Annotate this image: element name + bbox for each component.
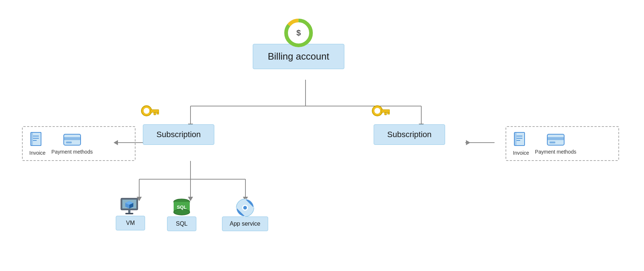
svg-rect-38 <box>31 132 33 146</box>
sql-box: SQL <box>167 217 196 231</box>
svg-text:SQL: SQL <box>177 204 187 210</box>
right-billing-details-box: Invoice Payment methods <box>506 126 619 161</box>
billing-account-box: Billing account <box>253 44 344 69</box>
svg-marker-9 <box>466 140 470 145</box>
sql-label: SQL <box>176 221 188 227</box>
payment-right-item: Payment methods <box>535 133 576 155</box>
svg-point-24 <box>144 108 149 114</box>
billing-account-node: $ Billing account <box>253 18 344 69</box>
svg-point-63 <box>243 206 247 210</box>
svg-rect-32 <box>385 112 386 115</box>
payment-right-label: Payment methods <box>535 149 576 155</box>
app-service-icon <box>234 197 256 217</box>
svg-rect-48 <box>547 137 564 140</box>
sql-icon: SQL <box>171 197 193 217</box>
vm-icon <box>119 197 141 217</box>
app-service-node: App service <box>222 197 268 231</box>
key-left-icon <box>139 104 159 126</box>
svg-rect-46 <box>514 132 517 146</box>
svg-rect-40 <box>64 137 81 140</box>
svg-rect-25 <box>150 110 159 112</box>
key-right-icon <box>370 104 390 126</box>
payment-left-label: Payment methods <box>51 149 93 155</box>
diagram-container: $ Billing account Subscription <box>0 0 644 271</box>
billing-account-label: Billing account <box>268 51 329 62</box>
subscription-right-label: Subscription <box>387 130 432 139</box>
svg-rect-41 <box>66 142 72 143</box>
invoice-left-label: Invoice <box>29 150 45 156</box>
subscription-right-node: Subscription <box>374 124 445 145</box>
invoice-right-label: Invoice <box>513 150 529 156</box>
subscription-left-box: Subscription <box>143 124 214 145</box>
vm-box: VM <box>116 216 145 230</box>
svg-text:$: $ <box>296 28 301 37</box>
svg-rect-49 <box>549 142 555 143</box>
svg-rect-56 <box>125 213 133 214</box>
payment-left-item: Payment methods <box>51 133 93 155</box>
payment-left-icon <box>63 133 81 147</box>
svg-point-59 <box>174 209 190 215</box>
sql-node: SQL SQL <box>167 197 196 231</box>
invoice-left-icon <box>29 132 45 148</box>
svg-rect-30 <box>381 110 390 112</box>
subscription-right-box: Subscription <box>374 124 445 145</box>
invoice-left-item: Invoice <box>29 132 45 156</box>
subscription-left-node: Subscription <box>143 124 214 145</box>
svg-rect-55 <box>128 210 130 213</box>
svg-point-29 <box>374 108 380 114</box>
invoice-right-item: Invoice <box>513 132 529 156</box>
svg-rect-31 <box>388 112 390 114</box>
payment-right-icon <box>547 133 565 147</box>
invoice-right-icon <box>513 132 529 148</box>
vm-node: VM <box>116 197 145 230</box>
app-service-label: App service <box>230 221 260 227</box>
app-service-box: App service <box>222 217 268 231</box>
vm-label: VM <box>126 220 135 226</box>
subscription-left-label: Subscription <box>156 130 201 139</box>
left-billing-details-box: Invoice Payment methods <box>22 126 136 161</box>
svg-rect-27 <box>154 112 156 115</box>
billing-icon: $ <box>284 18 313 48</box>
svg-rect-26 <box>157 112 159 114</box>
